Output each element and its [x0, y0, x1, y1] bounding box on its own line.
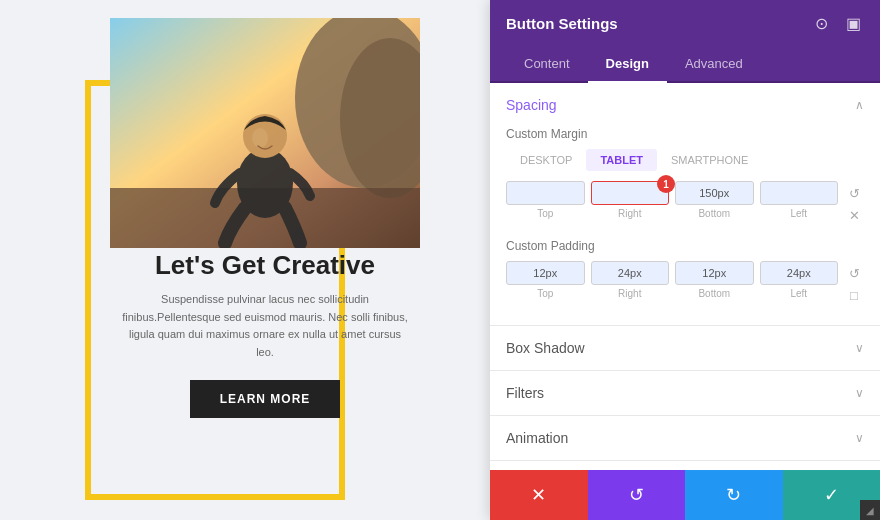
padding-reset-icon[interactable]: ↺	[844, 263, 864, 283]
svg-point-6	[252, 128, 268, 148]
margin-badge: 1	[657, 175, 675, 193]
margin-left-input[interactable]	[760, 181, 839, 205]
panel-title: Button Settings	[506, 15, 618, 32]
box-shadow-section: Box Shadow ∨	[490, 326, 880, 371]
reset-button[interactable]: ↺	[588, 470, 686, 520]
animation-section: Animation ∨	[490, 416, 880, 461]
margin-bottom-group: Bottom	[675, 181, 754, 219]
settings-icon-1[interactable]: ⊙	[810, 12, 832, 34]
margin-close-icon[interactable]: ✕	[844, 205, 864, 225]
panel-footer: ✕ ↺ ↻ ✓	[490, 470, 880, 520]
spacing-section-header[interactable]: Spacing ∧	[490, 83, 880, 127]
preview-inner: Let's Get Creative Suspendisse pulvinar …	[55, 0, 435, 520]
device-tabs: DESKTOP TABLET SMARTPHONE	[506, 149, 864, 171]
spacing-section: Spacing ∧ Custom Margin DESKTOP TABLET S…	[490, 83, 880, 326]
tab-content[interactable]: Content	[506, 46, 588, 81]
padding-top-group: Top	[506, 261, 585, 299]
animation-chevron-icon: ∨	[855, 431, 864, 445]
margin-reset-icon[interactable]: ↺	[844, 183, 864, 203]
padding-bottom-group: Bottom	[675, 261, 754, 299]
padding-right-label: Right	[618, 288, 641, 299]
redo-icon: ↻	[726, 484, 741, 506]
margin-input-row: Top Right 1 Bottom	[506, 181, 864, 225]
animation-section-header[interactable]: Animation ∨	[490, 416, 880, 460]
redo-button[interactable]: ↻	[685, 470, 783, 520]
filters-section: Filters ∨	[490, 371, 880, 416]
padding-bottom-label: Bottom	[698, 288, 730, 299]
box-shadow-title: Box Shadow	[506, 340, 585, 356]
photo-image	[110, 18, 420, 248]
padding-input-row: Top Right Bottom Left ↺	[506, 261, 864, 305]
padding-left-group: Left	[760, 261, 839, 299]
save-icon: ✓	[824, 484, 839, 506]
preview-heading: Let's Get Creative	[110, 250, 420, 281]
filters-section-header[interactable]: Filters ∨	[490, 371, 880, 415]
custom-margin-label: Custom Margin	[506, 127, 864, 141]
custom-padding-label: Custom Padding	[506, 239, 864, 253]
padding-right-group: Right	[591, 261, 670, 299]
reset-icon: ↺	[629, 484, 644, 506]
padding-left-label: Left	[790, 288, 807, 299]
cancel-button[interactable]: ✕	[490, 470, 588, 520]
corner-icon: ◢	[866, 505, 874, 516]
margin-action-buttons: ↺ ✕	[844, 183, 864, 225]
padding-left-input[interactable]	[760, 261, 839, 285]
padding-action-buttons: ↺ □	[844, 263, 864, 305]
learn-more-button[interactable]: LEARN MORE	[190, 380, 341, 418]
preview-body: Suspendisse pulvinar lacus nec sollicitu…	[110, 291, 420, 361]
margin-left-label: Left	[790, 208, 807, 219]
animation-title: Animation	[506, 430, 568, 446]
tab-design[interactable]: Design	[588, 46, 667, 81]
tab-advanced[interactable]: Advanced	[667, 46, 761, 81]
panel-body: Spacing ∧ Custom Margin DESKTOP TABLET S…	[490, 83, 880, 470]
margin-left-group: Left	[760, 181, 839, 219]
margin-top-label: Top	[537, 208, 553, 219]
photo-container	[110, 18, 420, 248]
margin-bottom-input[interactable]	[675, 181, 754, 205]
padding-top-input[interactable]	[506, 261, 585, 285]
person-silhouette-svg	[110, 18, 420, 248]
preview-text-area: Let's Get Creative Suspendisse pulvinar …	[110, 250, 420, 418]
margin-right-label: Right	[618, 208, 641, 219]
margin-right-wrapper: Right 1	[591, 181, 670, 219]
spacing-section-title: Spacing	[506, 97, 557, 113]
panel-header-icons: ⊙ ▣	[810, 12, 864, 34]
device-tab-smartphone[interactable]: SMARTPHONE	[657, 149, 762, 171]
corner-decoration: ◢	[860, 500, 880, 520]
padding-bottom-input[interactable]	[675, 261, 754, 285]
padding-right-input[interactable]	[591, 261, 670, 285]
margin-top-input[interactable]	[506, 181, 585, 205]
filters-chevron-icon: ∨	[855, 386, 864, 400]
cancel-icon: ✕	[531, 484, 546, 506]
box-shadow-chevron-icon: ∨	[855, 341, 864, 355]
panel-tabs: Content Design Advanced	[490, 46, 880, 83]
box-shadow-section-header[interactable]: Box Shadow ∨	[490, 326, 880, 370]
padding-top-label: Top	[537, 288, 553, 299]
spacing-section-content: Custom Margin DESKTOP TABLET SMARTPHONE …	[490, 127, 880, 325]
settings-panel: Button Settings ⊙ ▣ Content Design Advan…	[490, 0, 880, 520]
margin-bottom-label: Bottom	[698, 208, 730, 219]
margin-top-group: Top	[506, 181, 585, 219]
filters-title: Filters	[506, 385, 544, 401]
preview-area: Let's Get Creative Suspendisse pulvinar …	[0, 0, 490, 520]
device-tab-tablet[interactable]: TABLET	[586, 149, 657, 171]
panel-header: Button Settings ⊙ ▣	[490, 0, 880, 46]
spacing-chevron-icon: ∧	[855, 98, 864, 112]
device-tab-desktop[interactable]: DESKTOP	[506, 149, 586, 171]
settings-icon-2[interactable]: ▣	[842, 12, 864, 34]
padding-link-icon[interactable]: □	[844, 285, 864, 305]
